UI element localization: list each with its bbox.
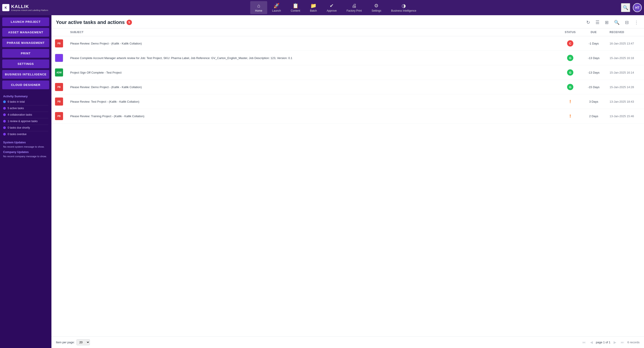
task-icon-cell: PB <box>52 36 67 51</box>
company-updates-title: Company Updates <box>3 150 48 154</box>
list-view-button[interactable]: ☰ <box>594 19 600 26</box>
user-avatar[interactable]: HT <box>633 3 642 12</box>
nav-item-approve[interactable]: ✔ Approve <box>322 1 342 14</box>
table-row[interactable]: PBPlease Review: Demo Project - (Kallik … <box>52 80 644 94</box>
activity-label-overdue: 0 tasks overdue <box>8 132 26 136</box>
task-subject: Please Review: Training Project - (Kalli… <box>67 109 559 124</box>
logo-brand: KALLIK <box>11 4 48 9</box>
status-circle: G <box>567 55 573 61</box>
dot-due-shortly <box>3 126 6 129</box>
table-row[interactable]: ADMProject Sign Off Complete - Test Proj… <box>52 65 644 80</box>
table-row[interactable]: PBPlease Review: Test Project - (Kallik … <box>52 94 644 109</box>
task-due: -13 Days <box>582 51 606 65</box>
nav-label-content: Content <box>291 9 300 12</box>
activity-item-due-shortly: 0 tasks due shortly <box>3 126 48 129</box>
task-subject: Please Review: Demo Project - (Kallik - … <box>67 80 559 94</box>
activity-summary-title: Activity Summary <box>3 94 48 98</box>
records-count: 6 records <box>628 340 640 344</box>
table-row[interactable]: PBPlease Review: Training Project - (Kal… <box>52 109 644 124</box>
task-status: G <box>559 51 582 65</box>
sidebar-btn-cloud-designer[interactable]: CLOUD DESIGNER <box>2 80 49 89</box>
system-updates-title: System Updates <box>3 141 48 144</box>
settings-icon: ⚙ <box>374 3 378 9</box>
bi-icon: ◑ <box>402 3 406 9</box>
task-status: C <box>559 36 582 51</box>
activity-summary: Activity Summary 6 tasks in total 5 acti… <box>2 94 49 138</box>
nav-item-home[interactable]: ⌂ Home <box>250 1 267 14</box>
pagination: ⏮ ◀ page 1 of 1 ▶ ⏭ 6 records <box>581 339 640 345</box>
nav-label-batch: Batch <box>310 9 317 12</box>
sidebar-btn-settings[interactable]: SETTINGS <box>2 60 49 68</box>
first-page-button[interactable]: ⏮ <box>581 340 587 345</box>
page-info: page 1 of 1 <box>596 340 610 344</box>
next-page-button[interactable]: ▶ <box>612 339 618 345</box>
content-icon: 📋 <box>292 3 298 9</box>
activity-label-due-shortly: 0 tasks due shortly <box>8 126 30 129</box>
sidebar-btn-print[interactable]: PRINT <box>2 49 49 58</box>
nav-right: 🔍 HT <box>621 3 642 12</box>
nav-item-content[interactable]: 📋 Content <box>286 1 305 14</box>
sidebar-btn-phrase-management[interactable]: PHRASE MANAGEMENT <box>2 38 49 47</box>
activity-item-overdue: 0 tasks overdue <box>3 132 48 136</box>
dot-overdue <box>3 133 6 136</box>
task-received: 13-Jan-2025 15:46 <box>606 109 644 124</box>
table-row[interactable]: Please Complete Account Manager artwork … <box>52 51 644 65</box>
task-status: G <box>559 80 582 94</box>
warn-icon: ! <box>570 114 571 118</box>
col-status: STATUS <box>559 28 582 36</box>
global-search-button[interactable]: 🔍 <box>621 3 630 12</box>
table-header-row: SUBJECT STATUS DUE RECEIVED <box>52 28 644 36</box>
launch-icon: 🚀 <box>274 3 280 9</box>
sidebar-btn-bi[interactable]: BUSINESS INTELLIGENCE <box>2 70 49 79</box>
sidebar-btn-launch-project[interactable]: LAUNCH PROJECT <box>2 18 49 26</box>
page-title-wrap: Your active tasks and actions 5 <box>56 20 132 25</box>
nav-item-batch[interactable]: 📁 Batch <box>305 1 322 14</box>
company-updates-message: No recent company message to show. <box>3 155 48 158</box>
nav-item-launch[interactable]: 🚀 Launch <box>267 1 286 14</box>
table-footer: Item per page: 20 10 50 100 ⏮ ◀ page 1 o… <box>52 336 644 348</box>
content-header: Your active tasks and actions 5 ↻ ☰ ⊞ 🔍 … <box>52 15 644 28</box>
activity-item-review: 1 review & approve tasks <box>3 120 48 123</box>
columns-button[interactable]: ⊟ <box>624 19 630 26</box>
task-due: 2 Days <box>582 109 606 124</box>
col-due: DUE <box>582 28 606 36</box>
activity-label-active: 5 active tasks <box>8 107 24 110</box>
nav-items: ⌂ Home 🚀 Launch 📋 Content 📁 Batch ✔ Appr… <box>50 1 621 14</box>
content-area: Your active tasks and actions 5 ↻ ☰ ⊞ 🔍 … <box>52 15 644 348</box>
nav-item-settings[interactable]: ⚙ Settings <box>367 1 386 14</box>
nav-label-launch: Launch <box>272 9 281 12</box>
activity-item-total: 6 tasks in total <box>3 100 48 103</box>
task-status: G <box>559 65 582 80</box>
task-received: 13-Jan-2025 18:43 <box>606 94 644 109</box>
table-row[interactable]: PBPlease Review: Demo Project - (Kallik … <box>52 36 644 51</box>
sidebar: LAUNCH PROJECT ASSET MANAGEMENT PHRASE M… <box>0 15 52 348</box>
nav-label-factory-print: Factory Print <box>346 9 362 12</box>
activity-item-collab: 4 collaboration tasks <box>3 113 48 116</box>
table-wrap: SUBJECT STATUS DUE RECEIVED PBPlease Rev… <box>52 28 644 336</box>
activity-label-collab: 4 collaboration tasks <box>8 113 32 116</box>
task-icon-cell: PB <box>52 109 67 124</box>
task-subject: Please Review: Demo Project - (Kallik - … <box>67 36 559 51</box>
activity-label-review: 1 review & approve tasks <box>8 120 38 123</box>
nav-item-factory-print[interactable]: 🖨 Factory Print <box>342 1 367 14</box>
status-circle: G <box>567 69 573 76</box>
tasks-badge: 5 <box>126 20 132 25</box>
task-icon-cell <box>52 51 67 65</box>
task-received: 15-Jan-2025 16:14 <box>606 65 644 80</box>
more-options-button[interactable]: ⋮ <box>633 19 640 26</box>
logo-icon: K <box>2 4 10 11</box>
task-due: -15 Days <box>582 80 606 94</box>
dot-total <box>3 100 6 103</box>
prev-page-button[interactable]: ◀ <box>589 339 594 345</box>
sidebar-btn-asset-management[interactable]: ASSET MANAGEMENT <box>2 28 49 37</box>
nav-label-settings: Settings <box>372 9 381 12</box>
refresh-button[interactable]: ↻ <box>586 19 591 26</box>
task-due: -1 Days <box>582 36 606 51</box>
per-page-select[interactable]: 20 10 50 100 <box>76 339 90 345</box>
nav-item-bi[interactable]: ◑ Business Intelligence <box>386 1 421 14</box>
filter-button[interactable]: ⊞ <box>604 19 610 26</box>
last-page-button[interactable]: ⏭ <box>620 340 626 345</box>
task-received: 15-Jan-2025 14:28 <box>606 80 644 94</box>
updates-section: System Updates No recent system message … <box>2 141 49 160</box>
search-button[interactable]: 🔍 <box>613 19 620 26</box>
